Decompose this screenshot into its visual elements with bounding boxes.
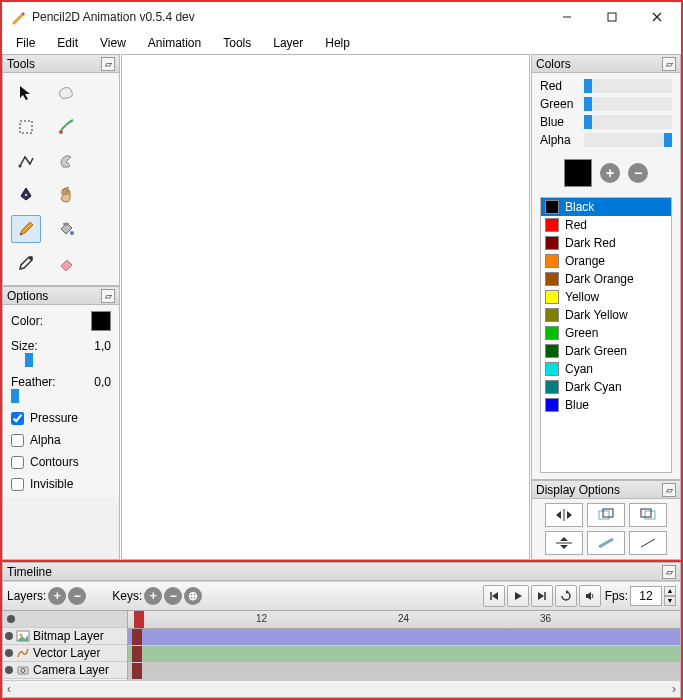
menu-help[interactable]: Help	[315, 34, 360, 52]
keys-label: Keys:	[112, 589, 142, 603]
swatch-icon	[545, 398, 559, 412]
colors-panel-title: Colors	[536, 57, 571, 71]
palette-item[interactable]: Black	[541, 198, 671, 216]
canvas[interactable]	[121, 54, 530, 560]
remove-key-button[interactable]: −	[164, 587, 182, 605]
layer-track[interactable]	[128, 646, 680, 663]
loop-button[interactable]	[555, 585, 577, 607]
brush-tool[interactable]	[51, 113, 81, 141]
pencil-tool[interactable]	[11, 215, 41, 243]
palette-item[interactable]: Dark Red	[541, 234, 671, 252]
bucket-tool[interactable]	[51, 215, 81, 243]
palette-item[interactable]: Dark Green	[541, 342, 671, 360]
color-palette[interactable]: BlackRedDark RedOrangeDark OrangeYellowD…	[540, 197, 672, 473]
palette-item-label: Dark Red	[565, 236, 616, 250]
timeline-undock-button[interactable]: ▱	[662, 565, 676, 579]
visibility-dot-icon[interactable]	[5, 649, 13, 657]
layers-label: Layers:	[7, 589, 46, 603]
playhead-icon[interactable]	[134, 611, 144, 628]
colors-undock-button[interactable]: ▱	[662, 57, 676, 71]
palette-item[interactable]: Orange	[541, 252, 671, 270]
pressure-checkbox[interactable]: Pressure	[11, 411, 111, 425]
thin-lines-button[interactable]	[587, 531, 625, 555]
visibility-dot-icon[interactable]	[5, 666, 13, 674]
palette-item-label: Cyan	[565, 362, 593, 376]
palette-item-label: Orange	[565, 254, 605, 268]
layer-track[interactable]	[128, 629, 680, 646]
menu-animation[interactable]: Animation	[138, 34, 211, 52]
keyframe-icon[interactable]	[132, 663, 142, 679]
menu-tools[interactable]: Tools	[213, 34, 261, 52]
menu-layer[interactable]: Layer	[263, 34, 313, 52]
green-label: Green	[540, 97, 580, 111]
palette-item[interactable]: Red	[541, 216, 671, 234]
palette-item[interactable]: Dark Yellow	[541, 306, 671, 324]
menu-edit[interactable]: Edit	[47, 34, 88, 52]
color-swatch-button[interactable]	[91, 311, 111, 331]
green-slider[interactable]	[584, 97, 672, 111]
pen-tool[interactable]	[11, 181, 41, 209]
clear-tool[interactable]	[51, 79, 81, 107]
play-button[interactable]	[507, 585, 529, 607]
blue-slider[interactable]	[584, 115, 672, 129]
layer-row[interactable]: Bitmap Layer	[3, 628, 127, 645]
alpha-slider[interactable]	[584, 133, 672, 147]
contours-checkbox[interactable]: Contours	[11, 455, 111, 469]
menu-view[interactable]: View	[90, 34, 136, 52]
sound-button[interactable]	[579, 585, 601, 607]
current-color-swatch[interactable]	[564, 159, 592, 187]
keyframe-icon[interactable]	[132, 629, 142, 645]
select-tool[interactable]	[11, 113, 41, 141]
duplicate-key-button[interactable]: ⊕	[184, 587, 202, 605]
fps-up-button[interactable]: ▲	[664, 586, 676, 596]
palette-item[interactable]: Green	[541, 324, 671, 342]
swatch-icon	[545, 362, 559, 376]
feather-slider[interactable]	[11, 389, 111, 403]
red-slider[interactable]	[584, 79, 672, 93]
alpha-checkbox[interactable]: Alpha	[11, 433, 111, 447]
timeline-ruler[interactable]: 12 24 36	[128, 611, 680, 629]
svg-rect-14	[645, 511, 655, 519]
outlines-button[interactable]	[629, 531, 667, 555]
hand-tool[interactable]	[51, 181, 81, 209]
polyline-tool[interactable]	[11, 147, 41, 175]
layer-row[interactable]: Camera Layer	[3, 662, 127, 679]
fps-down-button[interactable]: ▼	[664, 596, 676, 606]
maximize-button[interactable]	[589, 3, 634, 31]
menu-file[interactable]: File	[6, 34, 45, 52]
smudge-tool[interactable]	[51, 147, 81, 175]
eyedropper-tool[interactable]	[11, 249, 41, 277]
palette-item[interactable]: Blue	[541, 396, 671, 414]
timeline-scrollbar[interactable]: ‹›	[3, 680, 680, 697]
palette-item-label: Blue	[565, 398, 589, 412]
mirror-v-button[interactable]	[545, 531, 583, 555]
move-tool[interactable]	[11, 79, 41, 107]
options-undock-button[interactable]: ▱	[101, 289, 115, 303]
onion-prev-button[interactable]	[587, 503, 625, 527]
palette-item[interactable]: Cyan	[541, 360, 671, 378]
add-color-button[interactable]: +	[600, 163, 620, 183]
layer-track[interactable]	[128, 663, 680, 680]
size-slider[interactable]	[11, 353, 111, 367]
palette-item[interactable]: Dark Cyan	[541, 378, 671, 396]
eraser-tool[interactable]	[51, 249, 81, 277]
palette-item[interactable]: Dark Orange	[541, 270, 671, 288]
mirror-h-button[interactable]	[545, 503, 583, 527]
remove-layer-button[interactable]: −	[68, 587, 86, 605]
remove-color-button[interactable]: −	[628, 163, 648, 183]
invisible-checkbox[interactable]: Invisible	[11, 477, 111, 491]
add-key-button[interactable]: +	[144, 587, 162, 605]
add-layer-button[interactable]: +	[48, 587, 66, 605]
layer-row[interactable]: Vector Layer	[3, 645, 127, 662]
tools-undock-button[interactable]: ▱	[101, 57, 115, 71]
last-frame-button[interactable]	[531, 585, 553, 607]
visibility-dot-icon[interactable]	[5, 632, 13, 640]
keyframe-icon[interactable]	[132, 646, 142, 662]
onion-next-button[interactable]	[629, 503, 667, 527]
minimize-button[interactable]	[544, 3, 589, 31]
fps-input[interactable]	[630, 586, 662, 606]
close-button[interactable]	[634, 3, 679, 31]
palette-item[interactable]: Yellow	[541, 288, 671, 306]
first-frame-button[interactable]	[483, 585, 505, 607]
display-undock-button[interactable]: ▱	[662, 483, 676, 497]
